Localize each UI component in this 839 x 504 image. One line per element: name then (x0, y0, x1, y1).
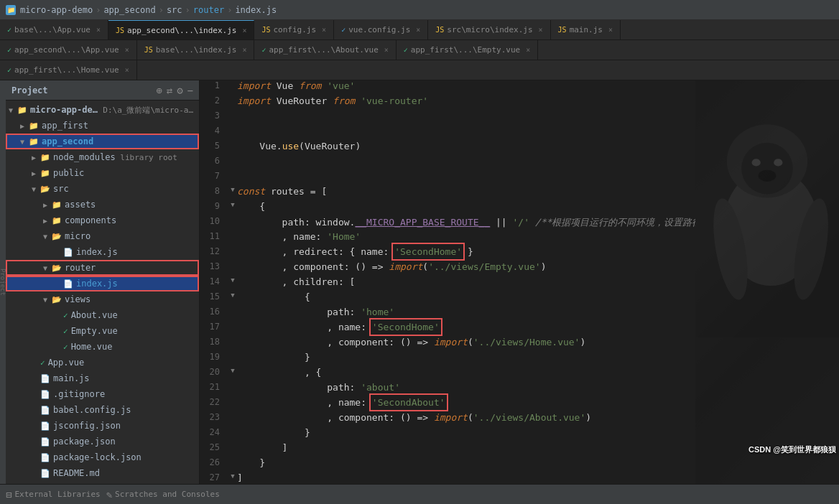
tabs-row-3: ✓ app_first\...\Home.vue × (0, 60, 839, 80)
vue-file-icon: ✓ (40, 358, 45, 368)
tree-item-public[interactable]: ▶ 📁 public (6, 165, 199, 181)
tree-item-assets[interactable]: ▶ 📁 assets (6, 197, 199, 213)
tab-close-icon[interactable]: × (608, 26, 613, 34)
tab-close-icon[interactable]: × (539, 26, 543, 34)
tab-close-icon[interactable]: × (416, 26, 420, 34)
code-line-24: 24 } (200, 427, 695, 442)
json-file-icon: 📄 (40, 421, 50, 431)
tab-close-icon[interactable]: × (242, 27, 246, 34)
tree-item-views[interactable]: ▼ 📂 views (6, 291, 199, 307)
tree-item-readme[interactable]: 📄 README.md (6, 465, 199, 481)
tree-item-gitignore[interactable]: 📄 .gitignore (6, 386, 199, 402)
tab-check-icon: ✓ (7, 46, 11, 54)
tab-close-icon[interactable]: × (96, 26, 101, 34)
folder-open-icon: 📂 (52, 295, 62, 304)
code-line-7: 7 (200, 171, 695, 186)
tab-label: app_second\...\App.vue (14, 45, 119, 55)
tab-label: config.js (273, 25, 316, 34)
tab-vue-config-js[interactable]: ✓ vue.config.js × (334, 20, 428, 39)
tab-close-icon[interactable]: × (125, 66, 129, 74)
tree-item-src[interactable]: ▼ 📂 src (6, 181, 199, 197)
tree-item-components[interactable]: ▶ 📁 components (6, 213, 199, 228)
folder-open-icon: 📂 (52, 263, 62, 273)
code-line-8: 8 ▼ const routes = [ (200, 186, 695, 201)
tree-item-jsconfig[interactable]: 📄 jsconfig.json (6, 418, 199, 434)
sync-icon[interactable]: ⇄ (167, 85, 172, 96)
tab-app-second-index-js[interactable]: JS app_second\...\index.js × (108, 20, 254, 39)
project-panel: Project ⊕ ⇄ ⚙ − ▼ 📁 micro-app-demo D:\a_… (6, 80, 200, 484)
tab-close-icon[interactable]: × (322, 26, 326, 34)
tree-item-micro-index[interactable]: 📄 index.js (6, 244, 199, 260)
bottom-external-libraries[interactable]: ⊟ External Libraries (6, 489, 101, 500)
code-line-18: 18 , component: () => import('../views/H… (200, 337, 695, 352)
tree-item-babel-config[interactable]: 📄 babel.config.js (6, 402, 199, 418)
tree-arrow-icon: ▶ (32, 169, 40, 177)
settings-icon[interactable]: ⚙ (177, 85, 182, 96)
tab-app-first-home[interactable]: ✓ app_first\...\Home.vue × (0, 60, 137, 80)
tree-arrow-icon: ▼ (32, 185, 40, 193)
code-line-12: 12 , redirect: { name: 'SecondHome' } (200, 246, 695, 261)
tree-label: About.vue (71, 310, 118, 320)
breadcrumb-app: micro-app-demo (20, 5, 93, 15)
tree-item-app-first[interactable]: ▶ 📁 app_first (6, 118, 199, 134)
tab-close-icon[interactable]: × (242, 46, 246, 54)
tab-src-micro-index[interactable]: JS src\micro\index.js × (428, 20, 550, 39)
tree-item-app-second[interactable]: ▼ 📁 app_second (6, 134, 199, 149)
tab-config-js[interactable]: JS config.js × (254, 20, 334, 39)
tree-item-node-modules[interactable]: ▶ 📁 node_modules library root (6, 149, 199, 165)
code-line-3: 3 (200, 111, 695, 126)
tree-item-empty-vue[interactable]: ✓ Empty.vue (6, 323, 199, 339)
tab-check-icon: ✓ (7, 26, 11, 34)
tree-item-router-index[interactable]: 📄 index.js (6, 276, 199, 291)
tab-check-icon: ✓ (261, 46, 266, 54)
tree-item-router[interactable]: ▼ 📂 router (6, 260, 199, 276)
add-icon[interactable]: ⊕ (156, 85, 162, 96)
tab-close-icon[interactable]: × (125, 46, 129, 54)
breadcrumb-folder1: app_second (103, 5, 155, 15)
bottom-label: Scratches and Consoles (115, 490, 220, 499)
tree-label: .gitignore (53, 389, 105, 399)
tab-app-first-about[interactable]: ✓ app_first\...\About.vue × (254, 40, 396, 60)
code-line-1: 1 import Vue from 'vue' (200, 80, 695, 95)
bottom-panel: ⊟ External Libraries ✎ Scratches and Con… (0, 484, 839, 504)
svg-point-5 (774, 159, 782, 166)
bottom-scratches[interactable]: ✎ Scratches and Consoles (106, 489, 220, 500)
app-icon: 📁 (6, 5, 16, 15)
tree-item-package-lock[interactable]: 📄 package-lock.json (6, 449, 199, 465)
tree-label: micro (65, 231, 91, 241)
tab-base-index-js[interactable]: JS base\...\index.js × (137, 40, 255, 60)
tree-item-about-vue[interactable]: ✓ About.vue (6, 307, 199, 323)
tree-item-micro[interactable]: ▼ 📂 micro (6, 228, 199, 244)
tab-close-icon[interactable]: × (526, 46, 530, 54)
svg-point-3 (741, 143, 793, 195)
tab-close-icon[interactable]: × (384, 46, 389, 54)
tree-item-micro-app-demo[interactable]: ▼ 📁 micro-app-demo D:\a_微前端\micro-a... (6, 102, 199, 118)
code-line-11: 11 , name: 'Home' (200, 231, 695, 246)
tab-js-icon: JS (558, 26, 567, 34)
tree-item-main-js[interactable]: 📄 main.js (6, 370, 199, 386)
tree-label: views (65, 294, 91, 304)
vue-file-icon: ✓ (63, 311, 68, 320)
vue-file-icon: ✓ (63, 327, 68, 336)
code-line-5: 5 Vue.use(VueRouter) (200, 141, 695, 156)
tab-app-first-empty[interactable]: ✓ app_first\...\Empty.vue × (397, 40, 538, 60)
folder-open-icon: 📂 (40, 185, 50, 194)
tree-item-app-vue[interactable]: ✓ App.vue (6, 355, 199, 370)
tab-base-app-vue[interactable]: ✓ base\...\App.vue × (0, 20, 108, 39)
tree-arrow-icon: ▶ (43, 217, 52, 225)
tab-app-second-app-vue[interactable]: ✓ app_second\...\App.vue × (0, 40, 137, 60)
tree-item-package-json[interactable]: 📄 package.json (6, 434, 199, 449)
minimize-icon[interactable]: − (187, 85, 193, 96)
code-editor[interactable]: 1 import Vue from 'vue' 2 import VueRout… (200, 80, 695, 484)
breadcrumb: micro-app-demo › app_second › src › rout… (20, 5, 277, 15)
tab-label: app_first\...\About.vue (269, 45, 378, 55)
watermark: CSDN @笑到世界都狼狈 (748, 444, 836, 455)
code-line-22: 22 , name: 'SecondAbout' (200, 397, 695, 412)
code-line-19: 19 } (200, 352, 695, 367)
tab-main-js[interactable]: JS main.js × (551, 20, 621, 39)
tree-label: main.js (53, 373, 90, 383)
tree-item-home-vue[interactable]: ✓ Home.vue (6, 339, 199, 355)
code-line-25: 25 ] (200, 442, 695, 457)
tree-arrow-icon: ▶ (20, 122, 29, 130)
svg-rect-9 (695, 337, 839, 484)
